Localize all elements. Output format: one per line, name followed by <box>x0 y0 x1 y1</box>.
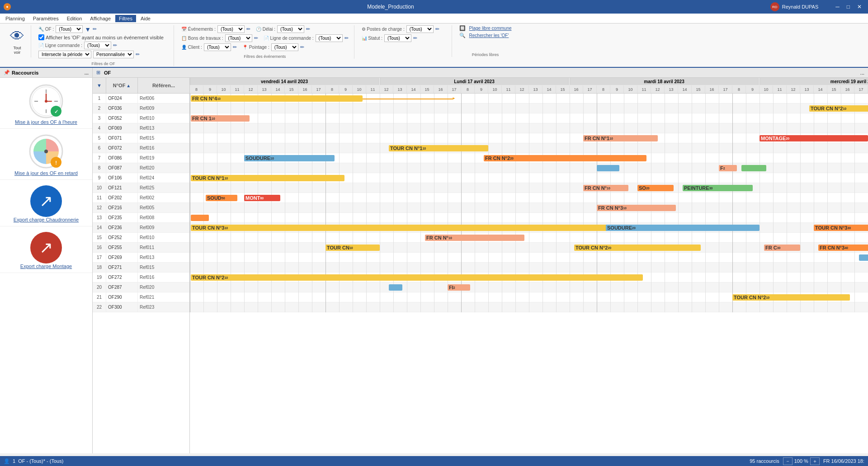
table-row[interactable]: 1 OF024 Ref006 <box>93 94 189 104</box>
bons-travaux-edit[interactable]: ✏ <box>254 35 258 41</box>
task-bar[interactable]: TOUR CN10 <box>326 245 380 251</box>
intersect-select[interactable]: Intersecte la période <box>38 51 91 58</box>
delai-select[interactable]: (Tous) <box>277 25 304 33</box>
table-row[interactable]: 7 OF086 Ref019 <box>93 153 189 163</box>
task-bar[interactable] <box>741 165 766 171</box>
col-ref-header[interactable]: Référen... <box>138 78 189 93</box>
task-bar[interactable]: FI2 <box>448 284 470 291</box>
task-bar[interactable]: MONTAGE20 <box>760 135 868 141</box>
table-row[interactable]: 20 OF287 Ref020 <box>93 282 189 292</box>
task-bar[interactable]: TOUR CN N°210 <box>732 294 850 301</box>
task-bar[interactable]: SOUD50 <box>206 195 237 201</box>
statut-edit[interactable]: ✏ <box>413 35 417 41</box>
task-bar[interactable] <box>191 215 209 221</box>
rechercher-of-label[interactable]: Rechercher les 'OF' <box>469 33 509 38</box>
menu-edition[interactable]: Edition <box>63 15 86 22</box>
task-bar[interactable]: MONT60 <box>244 195 280 201</box>
task-bar[interactable]: TOUR CN N°220 <box>574 245 701 251</box>
task-bar[interactable]: F2 <box>719 165 737 171</box>
zoom-minus-button[interactable]: － <box>783 457 793 465</box>
task-bar[interactable]: FR CN N°410 <box>191 95 363 102</box>
task-bar[interactable]: FR CN N°310 <box>597 205 676 211</box>
task-bar[interactable]: FR CN N°10 <box>425 235 524 241</box>
table-row[interactable]: 6 OF072 Ref016 <box>93 143 189 153</box>
show-of-checkbox-label[interactable]: Afficher les 'OF' ayant au moins un évén… <box>38 34 164 40</box>
task-bar[interactable]: SO20 <box>637 185 674 191</box>
pointage-edit[interactable]: ✏ <box>300 44 304 50</box>
zoom-plus-button[interactable]: ＋ <box>810 457 820 465</box>
shortcut-export-chaud[interactable]: ↗ Export charge Chaudronnerie <box>0 180 92 226</box>
table-row[interactable]: 18 OF271 Ref015 <box>93 263 189 273</box>
task-bar[interactable]: FR CN 110 <box>191 115 250 122</box>
task-bar[interactable] <box>597 165 619 171</box>
task-bar[interactable]: FR CN N°110 <box>583 135 658 141</box>
task-bar[interactable]: PEINTURE30 <box>683 185 753 191</box>
task-bar[interactable] <box>389 284 402 291</box>
table-row[interactable]: 8 OF087 Ref020 <box>93 163 189 173</box>
menu-affichage[interactable]: Affichage <box>86 15 114 22</box>
client-select[interactable]: (Tous) <box>204 43 231 51</box>
custom-select[interactable]: Personnalisée <box>93 51 134 58</box>
shortcut-export-montage[interactable]: ↗ Export charge Montage <box>0 226 92 273</box>
task-bar[interactable]: TOUR CN N°310 <box>191 225 665 231</box>
table-row[interactable]: 22 OF300 Ref023 <box>93 302 189 312</box>
task-bar[interactable]: TOUR CN N°110 <box>191 175 344 181</box>
task-bar[interactable]: TOUR CN N°110 <box>389 145 488 151</box>
close-button[interactable]: ✕ <box>854 3 864 11</box>
minimize-button[interactable]: ─ <box>833 3 842 11</box>
menu-parametres[interactable]: Paramètres <box>29 15 62 22</box>
evenements-select[interactable]: (Tous) <box>217 25 245 33</box>
statut-select[interactable]: (Tous) <box>384 34 411 42</box>
table-row[interactable]: 17 OF269 Ref013 <box>93 253 189 263</box>
show-of-checkbox[interactable] <box>38 34 44 40</box>
table-row[interactable]: 2 OF036 Ref009 <box>93 104 189 113</box>
task-bar[interactable]: TOUR CN N°330 <box>814 225 868 231</box>
client-edit[interactable]: ✏ <box>233 44 237 50</box>
menu-planning[interactable]: Planning <box>2 15 28 22</box>
shortcut-maj-heure[interactable]: ✓ Mise à jour des OF à l'heure <box>0 78 92 129</box>
table-row[interactable]: 13 OF235 Ref008 <box>93 213 189 223</box>
table-row[interactable]: 15 OF252 Ref010 <box>93 233 189 243</box>
task-bar[interactable]: TOUR CN N°210 <box>809 105 868 112</box>
table-row[interactable]: 21 OF290 Ref021 <box>93 292 189 302</box>
delai-edit[interactable]: ✏ <box>306 26 310 32</box>
postes-charge-select[interactable]: (Tous) <box>406 25 434 33</box>
window-controls[interactable]: ─ □ ✕ <box>833 3 864 11</box>
zoom-controls[interactable]: － 100 % ＋ <box>783 457 820 465</box>
of-filter-edit[interactable]: ✏ <box>93 26 97 32</box>
table-row[interactable]: 11 OF202 Ref002 <box>93 193 189 203</box>
task-bar[interactable]: FR CN N°220 <box>484 155 646 161</box>
task-bar[interactable]: FR CN N°340 <box>818 245 868 251</box>
evenements-edit[interactable]: ✏ <box>246 26 250 32</box>
table-row[interactable]: 5 OF071 Ref015 <box>93 133 189 143</box>
task-bar[interactable]: FR CN N°10 <box>583 185 628 191</box>
plage-libre-label[interactable]: Plage libre commune <box>469 26 512 31</box>
gantt-menu-dots[interactable]: ... <box>860 70 864 75</box>
task-bar[interactable]: TOUR CN N°210 <box>191 274 643 281</box>
pointage-select[interactable]: (Tous) <box>271 43 298 51</box>
table-row[interactable]: 9 OF106 Ref024 <box>93 173 189 183</box>
ligne-commande-select[interactable]: (Tous) <box>84 42 111 49</box>
ligne-cmd-events-select[interactable]: (Tous) <box>316 34 343 42</box>
of-filter-select[interactable]: (Tous) <box>56 25 83 33</box>
shortcut-maj-retard[interactable]: ! Mise à jour des OF en retard <box>0 129 92 180</box>
panel-menu-dots[interactable]: ... <box>85 70 89 75</box>
col-of-header[interactable]: N°OF ▲ <box>106 78 138 93</box>
table-row[interactable]: 3 OF052 Ref010 <box>93 113 189 123</box>
table-row[interactable]: 14 OF236 Ref009 <box>93 223 189 233</box>
table-row[interactable]: 12 OF216 Ref005 <box>93 203 189 213</box>
task-bar[interactable] <box>859 254 868 261</box>
table-row[interactable]: 19 OF272 Ref016 <box>93 273 189 282</box>
table-row[interactable]: 4 OF069 Ref013 <box>93 123 189 133</box>
of-filter-icon[interactable]: ▼ <box>85 26 91 33</box>
task-bar[interactable]: SOUDURE20 <box>606 225 760 231</box>
menu-aide[interactable]: Aide <box>137 15 154 22</box>
period-edit[interactable]: ✏ <box>136 52 140 57</box>
task-bar[interactable]: FR C30 <box>764 245 800 251</box>
ligne-commande-edit[interactable]: ✏ <box>113 42 117 48</box>
ligne-cmd-events-edit[interactable]: ✏ <box>344 35 349 41</box>
postes-charge-edit[interactable]: ✏ <box>435 26 439 32</box>
task-bar[interactable]: SOUDURE10 <box>244 155 335 161</box>
tout-voir-button[interactable]: 👁 Toutvoir <box>7 27 27 56</box>
menu-filtres[interactable]: Filtres <box>115 15 136 22</box>
